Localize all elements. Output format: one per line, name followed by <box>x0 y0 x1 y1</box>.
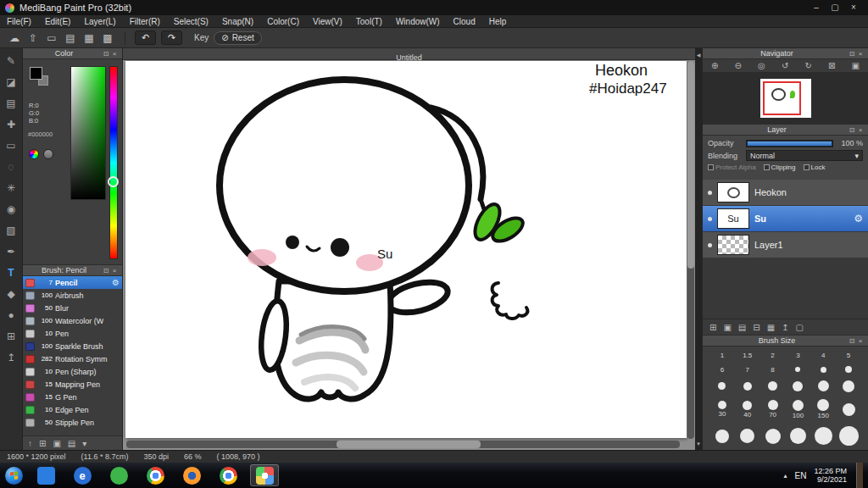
brush-size-option[interactable]: 150 <box>810 397 836 422</box>
visibility-dot-icon[interactable] <box>708 191 712 195</box>
brush-tool[interactable]: ▤ <box>4 97 19 110</box>
upload-icon[interactable]: ⇧ <box>25 30 41 46</box>
brush-size-option[interactable] <box>810 363 836 375</box>
taskbar-internet-explorer[interactable]: e <box>68 464 97 486</box>
move-layer-icon[interactable]: ↥ <box>782 323 788 332</box>
taskbar-chrome[interactable] <box>141 464 170 486</box>
brush-size-option[interactable]: 1 <box>709 349 735 361</box>
brush-size-option[interactable]: 40 <box>735 397 760 422</box>
vertical-scrollbar[interactable] <box>687 61 694 439</box>
popout-icon[interactable]: ⊡ <box>102 267 110 274</box>
gradient-tool[interactable]: ▧ <box>4 224 19 237</box>
brush-size-option[interactable] <box>836 397 861 422</box>
add-folder-icon[interactable]: ▣ <box>723 323 731 332</box>
menu-item[interactable]: Color(C) <box>260 15 306 28</box>
eyedropper-tool[interactable]: ◆ <box>4 287 19 301</box>
close-button[interactable]: × <box>844 1 863 14</box>
panel-grid-icon[interactable]: ▩ <box>100 30 115 46</box>
menu-item[interactable]: Cloud <box>447 15 482 28</box>
lock-checkbox[interactable]: Lock <box>804 164 826 171</box>
brush-size-option[interactable] <box>735 378 760 394</box>
hue-marker[interactable] <box>108 176 119 187</box>
collapse-down-icon[interactable]: ▼ <box>695 441 702 446</box>
brush-size-option[interactable]: 1.5 <box>735 349 760 361</box>
brush-size-option[interactable]: 2 <box>760 349 786 361</box>
popout-icon[interactable]: ⊡ <box>848 337 856 345</box>
brush-size-option[interactable]: 6 <box>709 363 735 375</box>
bucket-tool[interactable]: ◉ <box>4 202 19 216</box>
gear-icon[interactable]: ⚙ <box>112 278 120 287</box>
color-sliders-icon[interactable] <box>43 149 53 159</box>
brush-item[interactable]: 100Watercolor (W <box>23 314 122 327</box>
brush-size-option[interactable] <box>786 378 811 394</box>
brush-item[interactable]: 100Airbrush <box>23 289 122 302</box>
menu-item[interactable]: Layer(L) <box>77 15 122 28</box>
brush-item[interactable]: 10Pen (Sharp) <box>23 365 122 378</box>
gear-icon[interactable]: ⚙ <box>854 213 863 225</box>
layer-row[interactable]: Layer1 <box>703 232 868 258</box>
taskbar-medibang[interactable] <box>250 464 279 486</box>
brush-size-option[interactable] <box>735 424 760 448</box>
document-icon[interactable]: ▤ <box>63 30 78 46</box>
add-layer-icon[interactable]: ⊞ <box>709 323 716 332</box>
zoom-out-icon[interactable]: ⊖ <box>735 61 742 70</box>
horizontal-scrollbar-thumb[interactable] <box>337 441 481 448</box>
panel-layout-icon[interactable]: ▦ <box>81 30 97 46</box>
text-tool[interactable]: T <box>4 266 19 280</box>
brush-item[interactable]: 50Stipple Pen <box>23 416 122 429</box>
brush-size-option[interactable]: 3 <box>786 349 811 361</box>
minimize-button[interactable]: – <box>807 1 826 14</box>
add-brush-icon[interactable]: ⊞ <box>39 439 46 448</box>
color-wheel-icon[interactable] <box>29 149 39 159</box>
layer-row[interactable]: Heokon <box>703 180 868 205</box>
menu-item[interactable]: Filter(R) <box>123 15 167 28</box>
move-tool[interactable]: ✚ <box>4 118 19 131</box>
brush-item[interactable]: 282Rotation Symm <box>23 352 122 365</box>
pen-tool[interactable]: ✎ <box>4 54 19 68</box>
visibility-dot-icon[interactable] <box>708 217 712 221</box>
layer-row[interactable]: SuSu⚙ <box>703 206 868 231</box>
duplicate-layer-icon[interactable]: ▤ <box>738 323 746 332</box>
scroll-up-icon[interactable]: ↑ <box>28 439 32 448</box>
tray-chevron-icon[interactable]: ▴ <box>784 472 787 480</box>
zoom-in-icon[interactable]: ⊕ <box>711 61 718 70</box>
redo-button[interactable]: ↷ <box>161 30 182 45</box>
brush-size-option[interactable] <box>836 378 861 394</box>
brush-item[interactable]: 50Blur <box>23 302 122 314</box>
magic-wand-tool[interactable]: ✳ <box>4 181 19 195</box>
divide-tool[interactable]: ⊞ <box>4 330 19 343</box>
opacity-slider[interactable] <box>746 140 833 147</box>
horizontal-scrollbar[interactable] <box>126 441 680 448</box>
brush-size-option[interactable] <box>836 424 861 448</box>
brush-size-option[interactable]: 30 <box>709 397 735 422</box>
navigator-viewport-rect[interactable] <box>763 81 801 115</box>
brush-item[interactable]: 10Edge Pen <box>23 403 122 416</box>
brush-size-option[interactable]: 8 <box>760 363 786 375</box>
brush-size-option[interactable]: 5 <box>836 349 861 361</box>
protect-alpha-checkbox[interactable]: Protect Alpha <box>708 164 756 171</box>
clock[interactable]: 12:26 PM 9/2/2021 <box>814 467 847 484</box>
close-panel-icon[interactable]: × <box>856 126 865 134</box>
saturation-value-picker[interactable] <box>70 66 106 200</box>
brush-size-option[interactable]: 70 <box>760 397 786 422</box>
canvas[interactable]: Su Heokon #Hoidap247 <box>125 61 687 438</box>
zoom-fit-icon[interactable]: ◎ <box>758 61 765 70</box>
visibility-dot-icon[interactable] <box>708 243 712 247</box>
brush-size-option[interactable]: 100 <box>786 397 811 422</box>
popout-icon[interactable]: ⊡ <box>848 126 856 134</box>
rotate-cw-icon[interactable]: ↻ <box>804 61 811 70</box>
menu-item[interactable]: File(F) <box>0 15 38 28</box>
comment-icon[interactable]: ▭ <box>44 30 59 46</box>
brush-item[interactable]: 7Pencil⚙ <box>23 276 122 289</box>
close-panel-icon[interactable]: × <box>856 337 865 345</box>
collapse-left-icon[interactable]: ◀ <box>695 52 702 58</box>
brush-item[interactable]: 15Mapping Pen <box>23 378 122 391</box>
menu-item[interactable]: Tool(T) <box>349 15 389 28</box>
cloud-icon[interactable]: ☁ <box>7 30 22 46</box>
foreground-color-swatch[interactable] <box>30 67 42 80</box>
brush-size-option[interactable] <box>810 378 836 394</box>
popout-icon[interactable]: ⊡ <box>102 50 110 58</box>
undo-button[interactable]: ↶ <box>135 30 156 45</box>
taskbar-coccoc-browser[interactable] <box>104 464 133 486</box>
menu-item[interactable]: Edit(E) <box>38 15 78 28</box>
